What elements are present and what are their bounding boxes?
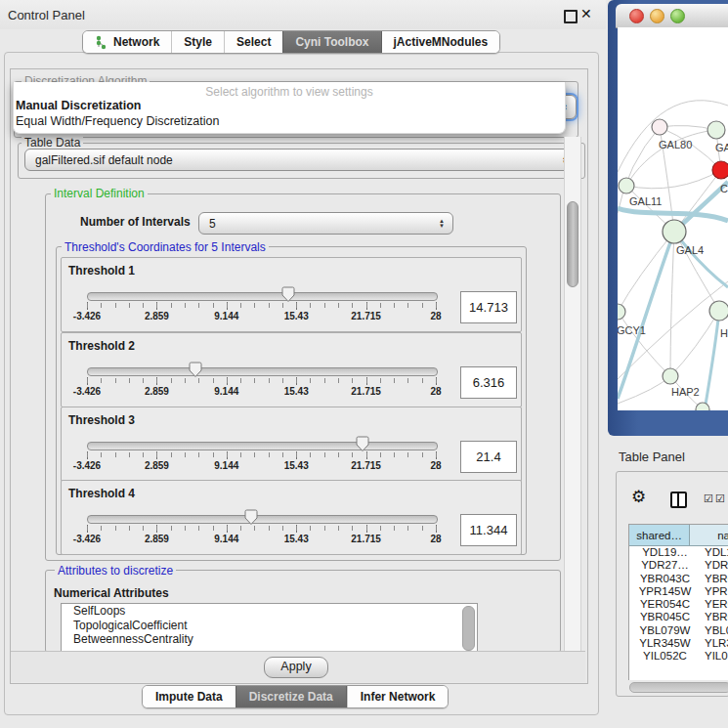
svg-text:HAP2: HAP2: [671, 386, 700, 398]
table-data-label: Table Data: [21, 136, 83, 150]
tab-network-label: Network: [113, 35, 159, 49]
slider-tick-labels: -3.4262.8599.14415.4321.71528: [87, 386, 436, 398]
scrollbar-thumb[interactable]: [567, 201, 578, 287]
slider-tick-labels: -3.4262.8599.14415.4321.71528: [87, 460, 436, 472]
table-row[interactable]: YIL052CYIL0: [629, 650, 728, 663]
threshold-2-value-field[interactable]: 6.316: [460, 366, 517, 399]
svg-text:C: C: [720, 183, 728, 194]
thresholds-group-label: Threshold's Coordinates for 5 Intervals: [62, 240, 269, 254]
numerical-attributes-list[interactable]: SelfLoops TopologicalCoefficient Between…: [61, 603, 478, 653]
threshold-1-slider-thumb[interactable]: [280, 286, 296, 303]
column-header-name[interactable]: na: [690, 525, 728, 546]
list-scrollbar[interactable]: [462, 606, 475, 651]
panel-vertical-scrollbar[interactable]: [564, 137, 581, 651]
close-icon[interactable]: ✕: [580, 6, 592, 21]
table-data-combobox[interactable]: galFiltered.sif default node ▲▼: [24, 149, 577, 171]
tab-network[interactable]: Network: [83, 31, 171, 53]
footer-bar: Apply: [11, 651, 585, 682]
threshold-1-slider[interactable]: [87, 292, 438, 301]
threshold-3-slider-thumb[interactable]: [355, 436, 370, 452]
tab-impute-data[interactable]: Impute Data: [143, 686, 236, 707]
threshold-4-panel: Threshold 4 -3.4262.8599.14415.4321.7152…: [61, 480, 522, 555]
node-ga: [707, 121, 725, 139]
network-canvas[interactable]: GAL80 GA C GAL11 GAL4 GCY1 H HAP2: [618, 27, 728, 410]
algorithm-hint: Select algorithm to view settings: [14, 85, 565, 99]
table-row[interactable]: YBR045CYBR0: [629, 611, 728, 623]
svg-text:GA: GA: [715, 142, 728, 153]
svg-text:GAL80: GAL80: [659, 139, 692, 150]
column-header-shared[interactable]: shared…: [629, 525, 690, 546]
float-window-icon[interactable]: [564, 10, 578, 23]
threshold-4-slider[interactable]: [87, 515, 438, 524]
threshold-1-label: Threshold 1: [68, 264, 135, 278]
table-data-value: galFiltered.sif default node: [25, 153, 558, 167]
threshold-3-label: Threshold 3: [68, 413, 135, 427]
interval-definition-label: Interval Definition: [51, 187, 148, 200]
svg-text:GAL4: GAL4: [676, 244, 704, 256]
threshold-3-slider[interactable]: [87, 442, 438, 450]
mac-zoom-button[interactable]: [670, 9, 685, 23]
attributes-group-label: Attributes to discretize: [55, 564, 176, 578]
algorithm-dropdown-popup: Select algorithm to view settings Manual…: [13, 82, 566, 134]
popup-item-equal-width-frequency[interactable]: Equal Width/Frequency Discretization: [16, 114, 219, 128]
list-item[interactable]: BetweennessCentrality: [62, 632, 477, 647]
threshold-4-value-field[interactable]: 11.344: [460, 514, 517, 546]
network-view-window: GAL80 GA C GAL11 GAL4 GCY1 H HAP2: [608, 0, 728, 436]
node-gal80: [652, 119, 667, 135]
cyni-bottom-tabs: Impute Data Discretize Data Infer Networ…: [142, 685, 449, 708]
threshold-3-value-field[interactable]: 21.4: [460, 441, 517, 473]
svg-text:GAL11: GAL11: [629, 195, 662, 207]
node-gal11: [619, 178, 634, 193]
combo-stepper-icon[interactable]: ▲▼: [435, 219, 449, 229]
threshold-2-slider-thumb[interactable]: [188, 362, 203, 378]
threshold-2-slider[interactable]: [87, 367, 438, 376]
control-panel-tabs: Network Style Select Cyni Toolbox jActiv…: [82, 30, 500, 54]
table-row[interactable]: YBL079WYBL0: [629, 624, 728, 637]
numerical-attributes-label: Numerical Attributes: [54, 586, 169, 600]
popup-item-manual-discretization[interactable]: Manual Discretization: [16, 99, 142, 112]
apply-button[interactable]: Apply: [264, 657, 328, 678]
table-panel-body: ⚙ ☑ ☑ shared… na YDL19…YDL1 YDR27…YDR2 Y…: [616, 471, 728, 697]
node-table: shared… na YDL19…YDL1 YDR27…YDR2 YBR043C…: [628, 524, 728, 680]
network-window-titlebar: [616, 4, 728, 28]
checkbox-icon[interactable]: ☑: [704, 493, 713, 504]
table-row[interactable]: YER054CYER0: [629, 598, 728, 611]
node-gal4: [663, 220, 686, 243]
table-panel-title: Table Panel: [619, 450, 685, 464]
mac-close-button[interactable]: [629, 9, 644, 23]
tab-select[interactable]: Select: [224, 31, 282, 53]
number-of-intervals-value: 5: [199, 217, 435, 231]
tab-infer-network[interactable]: Infer Network: [347, 686, 449, 707]
tab-jactivemnodules[interactable]: jActiveMNodules: [382, 31, 500, 53]
mac-minimize-button[interactable]: [650, 9, 664, 23]
number-of-intervals-combobox[interactable]: 5 ▲▼: [198, 212, 453, 235]
checkbox-icon[interactable]: ☑: [715, 493, 725, 504]
table-row[interactable]: YPR145WYPR1: [629, 585, 728, 598]
list-item[interactable]: TopologicalCoefficient: [62, 619, 477, 633]
network-tree-icon: [95, 35, 107, 50]
tab-discretize-data[interactable]: Discretize Data: [236, 686, 347, 707]
table-row[interactable]: YDR27…YDR2: [629, 559, 728, 572]
number-of-intervals-label: Number of Intervals: [80, 215, 191, 229]
table-panel-region: Table Panel ⚙ ☑ ☑ shared… na YDL19…YDL1 …: [608, 436, 728, 728]
threshold-2-panel: Threshold 2 -3.4262.8599.14415.4321.7152…: [61, 332, 522, 407]
node-partial-bottom: [696, 403, 709, 410]
panel-title: Control Panel: [8, 8, 85, 22]
columns-icon[interactable]: [670, 492, 687, 508]
threshold-4-slider-thumb[interactable]: [243, 509, 259, 526]
table-header-row: shared… na: [629, 525, 728, 546]
tab-cyni-toolbox[interactable]: Cyni Toolbox: [282, 31, 381, 53]
node-gcy1: [618, 304, 625, 320]
table-row[interactable]: YBR043CYBR0: [629, 573, 728, 585]
threshold-1-value-field[interactable]: 14.713: [460, 291, 517, 323]
table-horizontal-scrollbar[interactable]: [629, 682, 728, 693]
list-item[interactable]: SelfLoops: [62, 604, 477, 619]
slider-tick-labels: -3.4262.8599.14415.4321.71528: [87, 311, 436, 322]
tab-style[interactable]: Style: [171, 31, 224, 53]
threshold-3-panel: Threshold 3 -3.4262.8599.14415.4321.7152…: [61, 407, 522, 482]
gear-icon[interactable]: ⚙: [631, 489, 646, 505]
node-red-selected: [712, 161, 728, 179]
table-row[interactable]: YLR345WYLR3: [629, 637, 728, 650]
node-hap2: [663, 368, 678, 384]
table-row[interactable]: YDL19…YDL1: [629, 546, 728, 559]
